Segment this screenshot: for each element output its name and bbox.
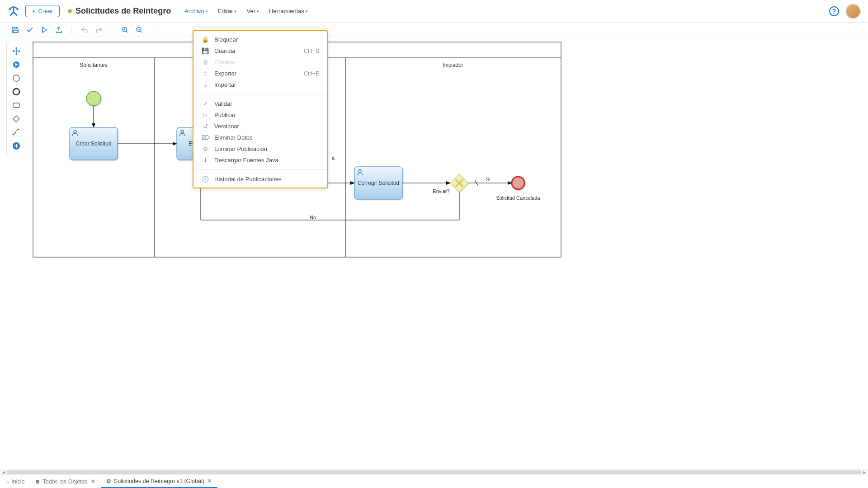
tool-end-event[interactable] bbox=[11, 86, 22, 97]
svg-point-0 bbox=[9, 8, 10, 10]
dd-publicar[interactable]: ▷ Publicar bbox=[193, 109, 327, 121]
menu-ver[interactable]: Ver ▾ bbox=[246, 8, 259, 14]
move-icon bbox=[12, 47, 20, 55]
play-icon bbox=[41, 26, 48, 33]
toolbar-publish-button[interactable] bbox=[38, 23, 51, 36]
dd-guardar[interactable]: 💾 Guardar Ctrl+S bbox=[193, 45, 327, 56]
bpmn-task-corregir[interactable]: Corregir Solicitud bbox=[354, 167, 402, 199]
tool-add[interactable] bbox=[11, 141, 22, 151]
rounded-rect-icon bbox=[12, 101, 20, 109]
toolbar-divider bbox=[112, 26, 112, 34]
wipe-icon: ⌦ bbox=[202, 134, 209, 141]
tool-start-filled[interactable] bbox=[11, 59, 22, 70]
undo-icon bbox=[81, 26, 88, 33]
chevron-down-icon: ▾ bbox=[257, 9, 259, 14]
toolbar-validate-button[interactable] bbox=[24, 23, 36, 36]
dd-bloquear-label: Bloquear bbox=[214, 36, 238, 43]
dd-eliminar-datos[interactable]: ⌦ Eliminar Datos bbox=[193, 132, 327, 143]
dd-eliminar-publicacion[interactable]: ⊘ Eliminar Publicación bbox=[193, 143, 327, 155]
lane-solicitantes-header: Solicitantes bbox=[80, 62, 107, 68]
clock-icon: 🕘 bbox=[202, 176, 209, 183]
menu-ver-label: Ver bbox=[246, 8, 255, 14]
dd-guardar-shortcut: Ctrl+S bbox=[304, 48, 319, 54]
task-corregir-label: Corregir Solicitud bbox=[358, 180, 399, 186]
chevron-down-icon: ▾ bbox=[206, 9, 208, 14]
edge-no2-label: No bbox=[310, 215, 316, 220]
plus-circle-icon bbox=[12, 142, 20, 150]
dropdown-separator bbox=[193, 94, 327, 94]
trash-icon: 🗑 bbox=[202, 59, 209, 66]
dd-exportar[interactable]: ⇪ Exportar Ctrl+E bbox=[193, 68, 327, 79]
scroll-right-arrow[interactable]: ► bbox=[862, 469, 867, 474]
menu-archivo-label: Archivo bbox=[184, 8, 204, 14]
archivo-dropdown: 🔒 Bloquear 💾 Guardar Ctrl+S 🗑 Eliminar ⇪… bbox=[193, 30, 328, 188]
gateway-label: Enviar? bbox=[433, 188, 449, 194]
diamond-icon bbox=[12, 115, 20, 123]
menu-herramientas-label: Herramientas bbox=[269, 8, 304, 14]
import-icon: ⇩ bbox=[202, 81, 209, 88]
export-icon: ⇪ bbox=[202, 70, 209, 77]
dd-eliminar: 🗑 Eliminar bbox=[193, 56, 327, 68]
dd-historial-label: Historial de Publicaciones bbox=[214, 176, 282, 183]
page-title: Solicitudes de Reintegro bbox=[75, 6, 171, 16]
tool-connector[interactable] bbox=[11, 127, 22, 138]
toolbar-zoom-out-button[interactable] bbox=[133, 23, 146, 36]
check-icon: ✓ bbox=[202, 100, 209, 107]
create-button[interactable]: + Crear bbox=[25, 5, 60, 17]
dd-bloquear[interactable]: 🔒 Bloquear bbox=[193, 34, 327, 45]
toolbar-zoom-in-button[interactable] bbox=[118, 23, 131, 36]
toolbar-redo-button[interactable] bbox=[93, 23, 105, 36]
end-event-label: Solicitud Cancelada bbox=[496, 195, 540, 201]
dd-descargar-java[interactable]: ⬇ Descargar Fuentes Java bbox=[193, 155, 327, 166]
play-icon: ▷ bbox=[202, 112, 209, 118]
circle-filled-icon bbox=[12, 61, 20, 69]
user-avatar[interactable] bbox=[845, 4, 861, 19]
plus-icon: + bbox=[32, 8, 36, 14]
toolbar-undo-button[interactable] bbox=[78, 23, 91, 36]
help-button[interactable]: ? bbox=[829, 6, 839, 16]
menu-archivo[interactable]: Archivo ▾ bbox=[184, 8, 208, 14]
dd-descargar-java-label: Descargar Fuentes Java bbox=[214, 157, 278, 164]
app-header: + Crear Solicitudes de Reintegro Archivo… bbox=[0, 0, 868, 23]
canvas[interactable]: Solicitantes Iniciador Crear Solicitud E… bbox=[26, 37, 868, 474]
create-button-label: Crear bbox=[38, 8, 53, 14]
dd-validar[interactable]: ✓ Validar bbox=[193, 98, 327, 109]
horizontal-scrollbar[interactable]: ◄ ► bbox=[0, 469, 868, 474]
save-icon: 💾 bbox=[202, 47, 209, 54]
bpmn-task-crear[interactable]: Crear Solicitud bbox=[70, 127, 118, 160]
dd-versionar-label: Versionar bbox=[214, 123, 239, 130]
dd-importar[interactable]: ⇩ Importar bbox=[193, 79, 327, 90]
toolbar-save-button[interactable] bbox=[9, 23, 22, 36]
check-icon bbox=[26, 26, 33, 33]
circle-thin-icon bbox=[12, 74, 20, 82]
tool-start-event[interactable] bbox=[11, 73, 22, 84]
bpmn-start-event[interactable] bbox=[86, 91, 101, 106]
dd-importar-label: Importar bbox=[214, 81, 236, 88]
toolbar-export-button[interactable] bbox=[52, 23, 65, 36]
toolbar-divider bbox=[71, 26, 72, 34]
circle-thick-icon bbox=[12, 88, 20, 96]
editor-toolbar bbox=[0, 23, 868, 37]
tool-gateway[interactable] bbox=[11, 113, 22, 124]
dd-historial[interactable]: 🕘 Historial de Publicaciones bbox=[193, 174, 327, 185]
menu-herramientas[interactable]: Herramientas ▾ bbox=[269, 8, 308, 14]
menu-editar-label: Editar bbox=[218, 8, 233, 14]
scroll-thumb[interactable] bbox=[6, 470, 862, 474]
export-icon bbox=[55, 26, 62, 33]
edge-si-label: Si bbox=[486, 177, 491, 182]
edge-fragment-label: a bbox=[332, 155, 335, 161]
svg-point-1 bbox=[17, 8, 19, 10]
menu-editar[interactable]: Editar ▾ bbox=[218, 8, 237, 14]
svg-point-9 bbox=[18, 128, 19, 130]
bpmn-gateway-enviar[interactable] bbox=[450, 174, 468, 192]
bpmn-end-event[interactable] bbox=[512, 177, 524, 189]
tool-task[interactable] bbox=[11, 100, 22, 111]
svg-point-6 bbox=[13, 89, 19, 95]
download-icon: ⬇ bbox=[202, 157, 209, 164]
zoom-in-icon bbox=[121, 26, 128, 33]
dd-versionar[interactable]: ↺ Versionar bbox=[193, 121, 327, 132]
status-indicator bbox=[68, 9, 72, 13]
tool-move[interactable] bbox=[11, 46, 22, 56]
lane-iniciador-header: Iniciador bbox=[443, 62, 463, 68]
scroll-left-arrow[interactable]: ◄ bbox=[1, 469, 6, 474]
